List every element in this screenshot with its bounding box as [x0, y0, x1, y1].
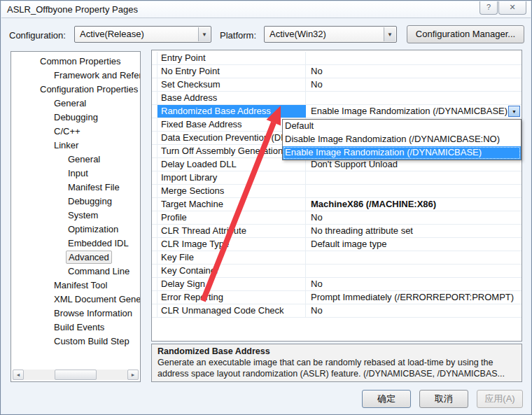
- property-value[interactable]: [306, 171, 522, 184]
- property-name[interactable]: Error Reporting: [158, 291, 306, 304]
- tree-item-custom-build-step[interactable]: Custom Build Step: [11, 335, 140, 349]
- property-row-base-address[interactable]: Base Address: [152, 92, 522, 105]
- property-name[interactable]: Entry Point: [158, 52, 306, 64]
- property-value[interactable]: Prompt Immediately (/ERRORREPORT:PROMPT): [306, 291, 522, 304]
- tree-item-configuration-properties[interactable]: Configuration Properties: [11, 83, 140, 97]
- scrollbar-thumb[interactable]: [55, 370, 96, 380]
- property-row-import-library[interactable]: Import Library: [152, 171, 522, 185]
- property-value[interactable]: [306, 52, 522, 64]
- tree-item-debugging[interactable]: Debugging: [11, 195, 140, 209]
- tree-item-optimization[interactable]: Optimization: [11, 223, 140, 237]
- dropdown-option-disable-image-randomization-dynamicbase-[interactable]: Disable Image Randomization (/DYNAMICBAS…: [283, 133, 521, 146]
- property-value[interactable]: [306, 265, 522, 277]
- property-value[interactable]: Default image type: [306, 238, 522, 251]
- property-row-merge-sections[interactable]: Merge Sections: [152, 185, 522, 198]
- tree-item-system[interactable]: System: [11, 209, 140, 223]
- property-name[interactable]: Key Container: [158, 265, 306, 277]
- property-value[interactable]: [306, 251, 522, 264]
- property-name[interactable]: Set Checksum: [158, 78, 306, 91]
- dropdown-option-default[interactable]: Default: [283, 120, 521, 133]
- property-name[interactable]: Randomized Base Address: [158, 105, 306, 118]
- tree-item-label: Advanced: [66, 251, 112, 264]
- property-value[interactable]: No threading attribute set: [306, 225, 522, 237]
- property-row-clr-unmanaged-code-check[interactable]: CLR Unmanaged Code CheckNo: [152, 304, 522, 318]
- tree-item-label: XML Document Generat: [52, 293, 141, 305]
- property-row-key-container[interactable]: Key Container: [152, 265, 522, 278]
- randomized-base-address-dropdown: DefaultDisable Image Randomization (/DYN…: [282, 119, 522, 160]
- tree-item-debugging[interactable]: Debugging: [11, 111, 140, 125]
- tree-item-xml-document-generat[interactable]: XML Document Generat: [11, 293, 140, 307]
- tree-item-advanced[interactable]: Advanced: [11, 251, 140, 265]
- category-tree: Common PropertiesFramework and ReferenCo…: [10, 51, 141, 382]
- property-name[interactable]: Merge Sections: [158, 185, 306, 197]
- property-name[interactable]: Base Address: [158, 92, 306, 104]
- tree-item-label: Browse Information: [52, 307, 134, 319]
- tree-item-build-events[interactable]: Build Events: [11, 321, 140, 335]
- property-row-randomized-base-address[interactable]: Randomized Base AddressEnable Image Rand…: [152, 105, 522, 118]
- tree-item-label: System: [66, 209, 100, 221]
- platform-combo[interactable]: Active(Win32) ▼: [264, 26, 397, 43]
- tree-item-browse-information[interactable]: Browse Information: [11, 307, 140, 321]
- property-row-clr-image-type[interactable]: CLR Image TypeDefault image type: [152, 238, 522, 251]
- property-pages-dialog: ASLR_Offbyone Property Pages ? ✕ Configu…: [0, 0, 532, 415]
- property-name[interactable]: Target Machine: [158, 198, 306, 211]
- tree-item-command-line[interactable]: Command Line: [11, 265, 140, 279]
- property-value[interactable]: No: [306, 65, 522, 78]
- property-name[interactable]: CLR Thread Attribute: [158, 225, 306, 237]
- tree-item-manifest-file[interactable]: Manifest File: [11, 181, 140, 195]
- tree-item-general[interactable]: General: [11, 153, 140, 167]
- property-row-clr-thread-attribute[interactable]: CLR Thread AttributeNo threading attribu…: [152, 225, 522, 238]
- row-gutter: [152, 291, 158, 304]
- scrollbar-track[interactable]: [24, 370, 127, 380]
- property-row-no-entry-point[interactable]: No Entry PointNo: [152, 65, 522, 78]
- property-value[interactable]: No: [306, 211, 522, 224]
- tree-item-embedded-idl[interactable]: Embedded IDL: [11, 237, 140, 251]
- property-row-profile[interactable]: ProfileNo: [152, 211, 522, 225]
- property-row-target-machine[interactable]: Target MachineMachineX86 (/MACHINE:X86): [152, 198, 522, 211]
- property-row-delay-sign[interactable]: Delay SignNo: [152, 278, 522, 291]
- ok-button[interactable]: 确定: [362, 390, 411, 408]
- row-gutter: [152, 52, 158, 64]
- help-button[interactable]: ?: [479, 1, 498, 15]
- row-gutter: [152, 211, 158, 224]
- property-value[interactable]: Enable Image Randomization (/DYNAMICBASE…: [306, 105, 522, 118]
- configuration-combo[interactable]: Active(Release) ▼: [74, 26, 211, 43]
- tree-horizontal-scrollbar[interactable]: ◄ ►: [13, 370, 139, 380]
- property-value[interactable]: [306, 185, 522, 197]
- tree-item-c-c[interactable]: C/C++: [11, 125, 140, 139]
- tree-item-common-properties[interactable]: Common Properties: [11, 55, 140, 69]
- tree-item-linker[interactable]: Linker: [11, 139, 140, 153]
- close-button[interactable]: ✕: [498, 1, 526, 15]
- tree-item-input[interactable]: Input: [11, 167, 140, 181]
- tree-item-general[interactable]: General: [11, 97, 140, 111]
- description-body: Generate an executable image that can be…: [158, 357, 516, 379]
- scroll-right-icon[interactable]: ►: [127, 370, 139, 380]
- property-value[interactable]: [306, 92, 522, 104]
- property-value[interactable]: No: [306, 304, 522, 317]
- property-name[interactable]: Delay Sign: [158, 278, 306, 290]
- platform-label: Platform:: [220, 30, 256, 41]
- row-gutter: [152, 118, 158, 131]
- property-name[interactable]: CLR Image Type: [158, 238, 306, 251]
- tree-item-manifest-tool[interactable]: Manifest Tool: [11, 279, 140, 293]
- cancel-button[interactable]: 取消: [419, 390, 468, 408]
- value-dropdown-button[interactable]: ▼: [508, 106, 520, 117]
- property-name[interactable]: Key File: [158, 251, 306, 264]
- property-value[interactable]: No: [306, 278, 522, 290]
- property-value[interactable]: MachineX86 (/MACHINE:X86): [306, 198, 522, 211]
- property-row-key-file[interactable]: Key File: [152, 251, 522, 265]
- property-row-entry-point[interactable]: Entry Point: [152, 52, 522, 65]
- tree-item-framework-and-referen[interactable]: Framework and Referen: [11, 69, 140, 83]
- tree-items: Common PropertiesFramework and ReferenCo…: [11, 52, 140, 349]
- property-name[interactable]: No Entry Point: [158, 65, 306, 78]
- property-row-error-reporting[interactable]: Error ReportingPrompt Immediately (/ERRO…: [152, 291, 522, 304]
- property-row-set-checksum[interactable]: Set ChecksumNo: [152, 78, 522, 92]
- property-name[interactable]: CLR Unmanaged Code Check: [158, 304, 306, 317]
- dropdown-option-enable-image-randomization-dynamicbase[interactable]: Enable Image Randomization (/DYNAMICBASE…: [283, 146, 521, 160]
- tree-item-label: C/C++: [52, 125, 83, 137]
- property-name[interactable]: Profile: [158, 211, 306, 224]
- scroll-left-icon[interactable]: ◄: [13, 370, 24, 380]
- configuration-manager-button[interactable]: Configuration Manager...: [407, 25, 524, 43]
- property-value[interactable]: No: [306, 78, 522, 91]
- property-name[interactable]: Import Library: [158, 171, 306, 184]
